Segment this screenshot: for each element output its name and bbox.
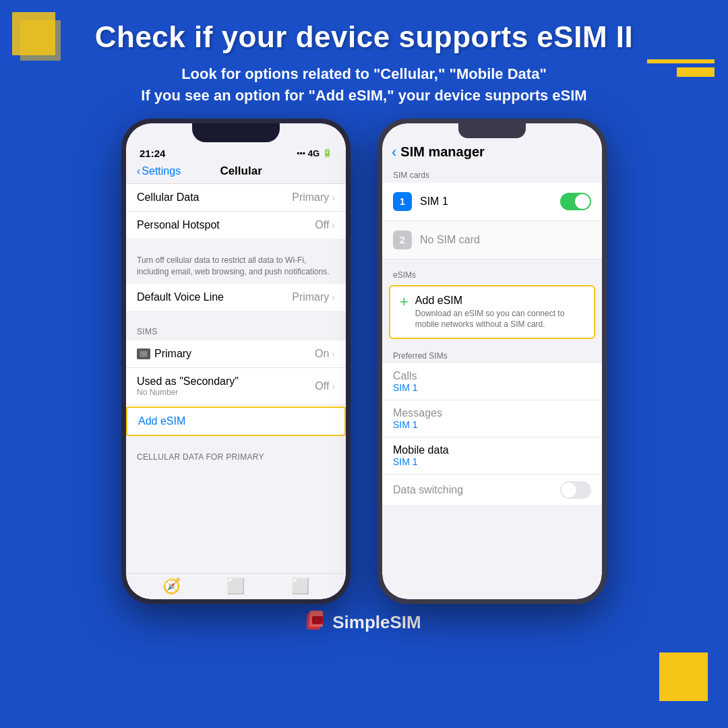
page-subtitle: Look for options related to "Cellular," …: [0, 63, 728, 107]
safari-compass-icon: 🧭: [162, 578, 181, 595]
settings-group-1: Cellular Data Primary › Personal Hotspot…: [126, 184, 346, 239]
cellular-data-value-text: Primary: [292, 191, 329, 204]
phone-left: 21:24 ▪▪▪ 4G 🔋 ‹ Settings Cellular Cellu…: [121, 119, 351, 604]
primary-sim-label: Primary: [154, 348, 191, 360]
battery-icon: 🔋: [322, 148, 332, 158]
signal-bars-icon: ▪▪▪: [297, 148, 305, 158]
subtitle-line2: If you see an option for "Add eSIM," you…: [0, 85, 728, 107]
messages-label: Messages: [393, 407, 591, 419]
personal-hotspot-value-text: Off: [315, 219, 329, 231]
sim-manager-title: SIM manager: [400, 144, 484, 160]
safari-tab-icon: ⬜: [291, 578, 309, 595]
primary-sim-chevron-icon: ›: [332, 348, 335, 359]
secondary-sim-value-text: Off: [315, 380, 329, 392]
phone-right: ‹ SIM manager SIM cards 1 SIM 1 2 No SIM…: [377, 119, 607, 604]
sims-section-label: SIMs: [126, 324, 346, 340]
back-label-left: Settings: [142, 165, 181, 177]
primary-sim-value: On ›: [315, 348, 335, 360]
phone-right-screen: ‹ SIM manager SIM cards 1 SIM 1 2 No SIM…: [382, 123, 602, 599]
nav-title-left: Cellular: [181, 164, 301, 178]
cellular-data-row[interactable]: Cellular Data Primary ›: [126, 184, 346, 212]
header: Check if your device supports eSIM II Lo…: [0, 0, 728, 107]
secondary-sim-chevron-icon: ›: [332, 381, 335, 392]
notch-right: [458, 123, 526, 138]
notch-left: [192, 123, 280, 142]
secondary-sim-sublabel: No Number: [137, 388, 239, 397]
calls-row[interactable]: Calls SIM 1: [382, 363, 602, 400]
add-esim-text-block: Add eSIM Download an eSIM so you can con…: [415, 295, 584, 330]
calls-label: Calls: [393, 370, 591, 382]
sim-manager-back-button[interactable]: ‹: [392, 144, 396, 161]
preferred-sims-section: Preferred SIMs Calls SIM 1 Messages SIM …: [382, 346, 602, 506]
add-esim-label: Add eSIM: [138, 415, 185, 427]
svg-rect-4: [312, 616, 323, 624]
sim-cards-section-label: SIM cards: [382, 165, 602, 183]
add-esim-row[interactable]: Add eSIM: [126, 406, 346, 436]
sim-card-row-2[interactable]: 2 No SIM card: [382, 221, 602, 260]
data-switching-row[interactable]: Data switching: [382, 475, 602, 506]
sim-2-badge: 2: [393, 231, 412, 249]
settings-group-sims: Primary On › Used as "Secondary" No Numb…: [126, 340, 346, 436]
personal-hotspot-value: Off ›: [315, 219, 335, 231]
cellular-data-chevron-icon: ›: [332, 192, 335, 203]
preferred-sims-label: Preferred SIMs: [382, 346, 602, 363]
messages-row[interactable]: Messages SIM 1: [382, 400, 602, 437]
status-time: 21:24: [140, 148, 165, 159]
deco-square-bottom-right: [659, 653, 708, 701]
mobile-data-value: SIM 1: [393, 456, 591, 467]
calls-value: SIM 1: [393, 382, 591, 393]
page-title: Check if your device supports eSIM II: [0, 20, 728, 54]
esims-section-label: eSIMs: [382, 265, 602, 282]
add-esim-title: Add eSIM: [415, 295, 584, 307]
sim-icon-primary: [137, 348, 150, 359]
default-voice-value: Primary ›: [292, 291, 335, 303]
sim-1-toggle[interactable]: [560, 193, 591, 210]
sim-2-name: No SIM card: [420, 234, 591, 246]
personal-hotspot-label: Personal Hotspot: [137, 219, 220, 231]
data-switching-label: Data switching: [393, 484, 463, 496]
sim-cards-group: 1 SIM 1 2 No SIM card: [382, 183, 602, 260]
back-chevron-icon: ‹: [137, 165, 140, 177]
personal-hotspot-row[interactable]: Personal Hotspot Off ›: [126, 212, 346, 239]
cellular-note: Turn off cellular data to restrict all d…: [126, 252, 346, 284]
settings-group-2: Default Voice Line Primary ›: [126, 284, 346, 311]
logo-container: SimpleSIM: [0, 611, 728, 634]
logo-icon: [307, 611, 328, 634]
messages-value: SIM 1: [393, 419, 591, 430]
preferred-sims-group: Calls SIM 1 Messages SIM 1 Mobile data S…: [382, 363, 602, 506]
add-esim-box[interactable]: + Add eSIM Download an eSIM so you can c…: [389, 285, 595, 339]
personal-hotspot-chevron-icon: ›: [332, 220, 335, 231]
secondary-sim-label: Used as "Secondary": [137, 375, 239, 388]
safari-share-icon: ⬜: [226, 578, 245, 595]
cellular-data-value: Primary ›: [292, 191, 335, 204]
signal-type-label: 4G: [308, 148, 320, 158]
cellular-data-primary-label: CELLULAR DATA FOR PRIMARY: [126, 450, 346, 466]
add-esim-plus-icon: +: [400, 295, 408, 309]
back-button-left[interactable]: ‹ Settings: [137, 165, 181, 177]
primary-sim-value-text: On: [315, 348, 329, 360]
mobile-data-row[interactable]: Mobile data SIM 1: [382, 437, 602, 475]
safari-bar: 🧭 ⬜ ⬜: [126, 573, 346, 599]
sim-1-badge: 1: [393, 192, 412, 211]
sim-1-name: SIM 1: [420, 195, 560, 208]
add-esim-desc: Download an eSIM so you can connect to m…: [415, 308, 584, 330]
default-voice-value-text: Primary: [292, 291, 329, 303]
sim-card-row-1[interactable]: 1 SIM 1: [382, 183, 602, 221]
default-voice-label: Default Voice Line: [137, 291, 224, 303]
svg-rect-1: [140, 351, 147, 357]
status-icons: ▪▪▪ 4G 🔋: [297, 148, 332, 158]
primary-sim-row[interactable]: Primary On ›: [126, 340, 346, 368]
phones-container: 21:24 ▪▪▪ 4G 🔋 ‹ Settings Cellular Cellu…: [0, 119, 728, 604]
bottom-logo: SimpleSIM: [0, 611, 728, 634]
cellular-data-label: Cellular Data: [137, 191, 199, 204]
mobile-data-label: Mobile data: [393, 444, 591, 456]
logo-text: SimpleSIM: [332, 612, 421, 633]
nav-bar-left: ‹ Settings Cellular: [126, 162, 346, 184]
secondary-sim-value: Off ›: [315, 380, 335, 392]
default-voice-line-row[interactable]: Default Voice Line Primary ›: [126, 284, 346, 311]
phone-left-screen: 21:24 ▪▪▪ 4G 🔋 ‹ Settings Cellular Cellu…: [126, 123, 346, 599]
secondary-sim-row[interactable]: Used as "Secondary" No Number Off ›: [126, 368, 346, 405]
default-voice-chevron-icon: ›: [332, 292, 335, 303]
subtitle-line1: Look for options related to "Cellular," …: [0, 63, 728, 85]
data-switching-toggle[interactable]: [560, 481, 591, 499]
